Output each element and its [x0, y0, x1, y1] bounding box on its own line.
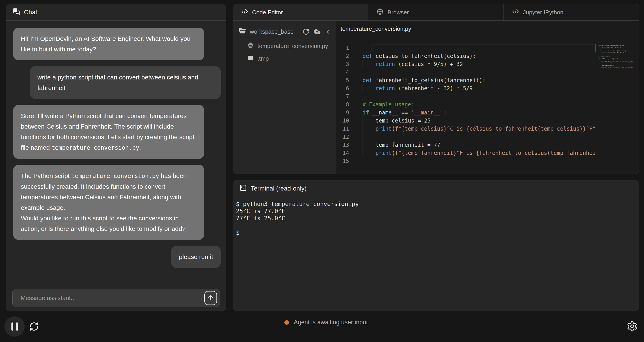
terminal-title: Terminal (read-only): [251, 185, 306, 192]
code-line-13[interactable]: 13 temp_fahrenheit = 77: [336, 141, 639, 149]
line-number: 15: [336, 157, 349, 165]
code-line-12[interactable]: 12: [336, 133, 639, 141]
chat-message-list[interactable]: Hi! I'm OpenDevin, an AI Software Engine…: [6, 21, 226, 283]
folder-icon: [247, 55, 254, 63]
terminal-line: [236, 222, 636, 229]
code-line-15[interactable]: 15: [336, 157, 639, 165]
cloud-upload-icon[interactable]: [313, 28, 321, 36]
file-row[interactable]: .tmp: [247, 52, 336, 65]
gear-icon: [626, 329, 638, 332]
code-line-14[interactable]: 14 print(f"{temp_fahrenheit}°F is {fahre…: [336, 149, 639, 157]
send-button[interactable]: [204, 291, 217, 305]
user-message: write a python script that can convert b…: [30, 66, 221, 99]
status-text: Agent is awaiting user input...: [294, 319, 373, 326]
line-number: 6: [336, 84, 349, 92]
line-number: 7: [336, 92, 349, 101]
line-number: 5: [336, 76, 349, 84]
chat-input-row: [12, 289, 220, 307]
collapse-icon[interactable]: [325, 29, 331, 35]
terminal-line: $: [236, 229, 636, 236]
line-number: 10: [336, 117, 349, 125]
terminal-panel: Terminal (read-only) $ python3 temperatu…: [232, 180, 639, 311]
user-message: please run it: [171, 246, 221, 268]
code-icon: [512, 8, 519, 17]
chat-input[interactable]: [12, 295, 204, 302]
code-line-8[interactable]: 8# Example usage:: [336, 101, 639, 109]
chat-header: Chat: [6, 4, 226, 21]
code-line-1[interactable]: 1: [336, 44, 639, 52]
workspace-tabs: Code EditorBrowserJupyter IPython: [233, 4, 639, 21]
restart-agent-button[interactable]: [29, 321, 39, 331]
refresh-icon[interactable]: [302, 28, 310, 35]
chat-title: Chat: [24, 9, 37, 16]
settings-button[interactable]: [626, 321, 638, 332]
code-line-7[interactable]: 7: [336, 92, 639, 101]
code-line-10[interactable]: 10 temp_celsius = 25: [336, 117, 639, 125]
status-dot: [284, 320, 289, 325]
code-line-11[interactable]: 11 print(f"{temp_celsius}°C is {celsius_…: [336, 125, 639, 133]
terminal-line: 25°C is 77.0°F: [236, 208, 636, 215]
terminal-header: Terminal (read-only): [233, 181, 639, 197]
code-line-5[interactable]: 5def fahrenheit_to_celsius(fahrenheit):: [336, 76, 639, 84]
assistant-message: The Python script temperature_conversion…: [13, 165, 204, 240]
agent-status: Agent is awaiting user input...: [284, 319, 373, 326]
code-editor: temperature_conversion.py 12def celsius_…: [336, 21, 639, 174]
file-name: .tmp: [258, 55, 269, 62]
arrow-up-icon: [207, 294, 214, 302]
tab-label: Browser: [388, 9, 409, 16]
assistant-message: Sure, I'll write a Python script that ca…: [13, 105, 204, 159]
editor-filename-bar: temperature_conversion.py: [336, 21, 639, 37]
tab-label: Jupyter IPython: [523, 9, 564, 16]
chat-panel: Chat Hi! I'm OpenDevin, an AI Software E…: [6, 4, 226, 311]
line-number: 4: [336, 68, 349, 76]
line-number: 9: [336, 109, 349, 117]
tab-code-editor[interactable]: Code Editor: [233, 4, 368, 21]
code-line-6[interactable]: 6 return (fahrenheit - 32) * 5/9: [336, 84, 639, 92]
assistant-message: Hi! I'm OpenDevin, an AI Software Engine…: [13, 28, 204, 60]
line-number: 13: [336, 141, 349, 149]
workspace-content: workspace_base: [233, 21, 639, 174]
terminal-line: 77°F is 25.0°C: [236, 215, 636, 222]
code-line-2[interactable]: 2def celsius_to_fahrenheit(celsius):: [336, 52, 639, 60]
code-line-9[interactable]: 9if __name__ == '__main__':: [336, 109, 639, 117]
editor-code-area[interactable]: 12def celsius_to_fahrenheit(celsius):3 r…: [336, 37, 639, 174]
terminal-line: $ python3 temperature_conversion.py: [236, 200, 636, 208]
chat-icon: [13, 8, 20, 17]
file-explorer: workspace_base: [233, 21, 336, 174]
line-number: 14: [336, 149, 349, 157]
pause-icon: [12, 322, 13, 330]
editor-filename: temperature_conversion.py: [340, 25, 411, 32]
explorer-root-label: workspace_base: [250, 28, 294, 35]
python-icon: [247, 42, 254, 50]
tab-browser[interactable]: Browser: [368, 4, 504, 21]
explorer-file-list: temperature_conversion.py.tmp: [233, 40, 336, 65]
editor-overview-ruler[interactable]: [633, 37, 639, 174]
line-number: 11: [336, 125, 349, 133]
tab-label: Code Editor: [252, 9, 283, 16]
terminal-output: $ python3 temperature_conversion.py25°C …: [233, 197, 639, 240]
control-bar: Agent is awaiting user input...: [0, 311, 644, 342]
editor-minimap[interactable]: def celsius_to_fahrenheit(celsius): retu…: [598, 37, 633, 174]
refresh-cw-icon: [29, 328, 39, 332]
line-number: 12: [336, 133, 349, 141]
globe-icon: [377, 8, 384, 17]
explorer-root-row[interactable]: workspace_base: [233, 27, 336, 37]
code-line-3[interactable]: 3 return (celsius * 9/5) + 32: [336, 60, 639, 68]
pause-agent-button[interactable]: [4, 316, 25, 336]
folder-open-icon: [239, 27, 246, 36]
code-line-4[interactable]: 4: [336, 68, 639, 76]
file-row[interactable]: temperature_conversion.py: [247, 40, 336, 52]
line-number: 3: [336, 60, 349, 68]
line-number: 1: [336, 44, 349, 52]
line-number: 8: [336, 101, 349, 109]
tab-jupyter-ipython[interactable]: Jupyter IPython: [504, 4, 639, 21]
line-number: 2: [336, 52, 349, 60]
terminal-icon: [240, 184, 247, 193]
workspace-panel: Code EditorBrowserJupyter IPython worksp…: [232, 4, 639, 174]
code-icon: [241, 8, 248, 17]
file-name: temperature_conversion.py: [258, 43, 328, 50]
